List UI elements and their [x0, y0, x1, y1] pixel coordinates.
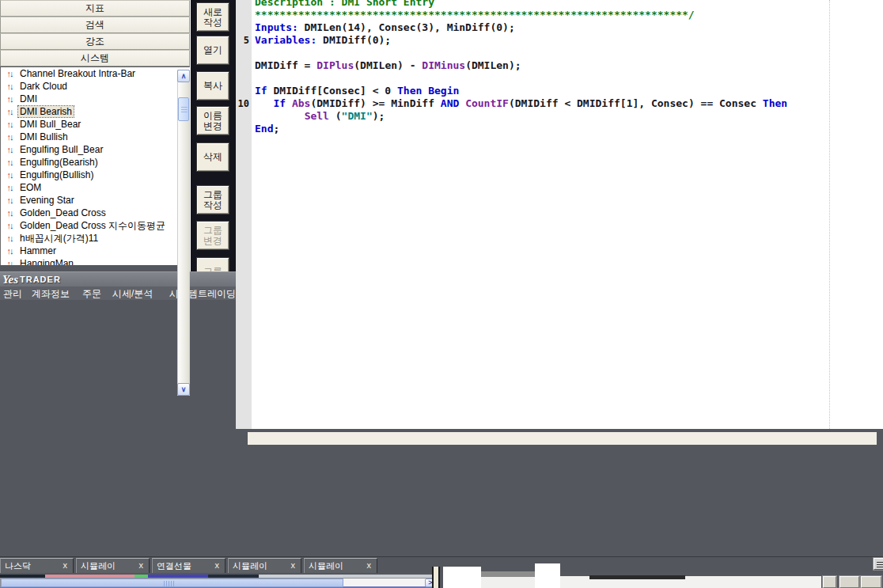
code-token: (	[329, 110, 342, 122]
code-token: Then	[763, 97, 787, 109]
category-header-2[interactable]: 검색	[0, 17, 190, 33]
list-icon	[877, 562, 883, 567]
list-item-label: Evening Star	[18, 195, 76, 206]
list-item[interactable]: ↑↓DMI Bull_Bear	[1, 118, 190, 131]
list-item-label: Golden_Dead Cross	[18, 207, 108, 218]
updown-arrows-icon: ↑↓	[1, 69, 18, 78]
status-panel	[823, 576, 836, 588]
tab-label: 연결선물	[157, 560, 191, 572]
code-token: If	[255, 85, 267, 97]
code-line: Variables: DMIDiff(0);	[255, 34, 787, 47]
code-token: DMILen(14), Consec(3), MinDiff(0);	[298, 21, 515, 33]
main-menu-bar: 관리계좌정보주문시세/분석시스템트레이딩	[0, 286, 236, 300]
list-item[interactable]: ↑↓Dark Cloud	[1, 80, 190, 93]
background-window-fragment	[443, 567, 481, 588]
chart-tab-4[interactable]: 시뮬레이x	[228, 558, 301, 573]
horizontal-scrollbar[interactable]: >	[0, 578, 437, 588]
down-arrow-icon: ↓	[9, 119, 13, 129]
down-arrow-icon: ↓	[9, 69, 13, 78]
category-header-3[interactable]: 강조	[0, 33, 190, 50]
list-item[interactable]: ↑↓Channel Breakout Intra-Bar	[1, 67, 190, 80]
toolbar-button-4[interactable]: 이름변경	[196, 106, 229, 135]
code-token: If	[273, 97, 286, 109]
line-number: 5	[244, 34, 249, 47]
updown-arrows-icon: ↑↓	[1, 170, 18, 180]
chart-tab-3[interactable]: 연결선물x	[152, 558, 225, 573]
editor-margin-line	[829, 0, 830, 429]
toolbar-button-3[interactable]: 복사	[196, 71, 229, 101]
toolbar-button-6[interactable]: 그룹작성	[196, 185, 229, 214]
tab-label: 시뮬레이	[81, 560, 116, 572]
list-item-label: DMI	[18, 93, 39, 104]
list-item[interactable]: ↑↓EOM	[1, 181, 190, 194]
code-editor[interactable]: Description : DMI Short Entry***********…	[252, 0, 883, 429]
list-item-label: Engulfing Bull_Bear	[18, 144, 104, 155]
code-token	[255, 97, 273, 109]
code-token: (DMIDiff) >= MinDiff	[310, 97, 440, 109]
code-text: Description : DMI Short Entry***********…	[255, 0, 787, 135]
list-item-label: Hammer	[18, 245, 58, 256]
chart-tab-2[interactable]: 시뮬레이x	[76, 558, 150, 573]
scroll-up-button[interactable]: ∧	[177, 70, 190, 82]
scroll-thumb-grip	[164, 581, 175, 586]
toolbar-button-5[interactable]: 삭제	[196, 142, 229, 172]
code-token: ;	[273, 123, 279, 135]
toolbar-button-1[interactable]: 새로작성	[196, 2, 229, 32]
list-item[interactable]: ↑↓Golden_Dead Cross 지수이동평균	[1, 219, 190, 232]
code-line: ****************************************…	[255, 9, 787, 21]
vertical-scroll-thumb[interactable]	[178, 97, 189, 121]
toolbar-button-label: 열기	[203, 45, 222, 55]
chart-tab-5[interactable]: 시뮬레이x	[304, 558, 377, 573]
toolbar-button-2[interactable]: 열기	[196, 36, 229, 65]
menu-item-계좌정보[interactable]: 계좌정보	[32, 287, 70, 301]
list-item[interactable]: ↑↓HangingMan	[1, 257, 190, 265]
tab-close-icon[interactable]: x	[367, 560, 372, 570]
list-item[interactable]: ↑↓DMI Bullish	[1, 131, 190, 143]
list-item[interactable]: ↑↓Engulfing Bull_Bear	[1, 143, 190, 156]
menu-item-관리[interactable]: 관리	[3, 287, 22, 301]
tab-close-icon[interactable]: x	[139, 560, 144, 570]
updown-arrows-icon: ↑↓	[1, 183, 18, 192]
category-header-4[interactable]: 시스템	[0, 50, 190, 66]
list-item[interactable]: ↑↓h배꼽시계(가격)11	[1, 232, 190, 245]
background-window-fragment	[432, 567, 440, 588]
list-vertical-scrollbar[interactable]: ∧ ∨	[177, 70, 190, 396]
list-item[interactable]: ↑↓DMI	[1, 93, 190, 105]
scroll-down-button[interactable]: ∨	[177, 383, 190, 396]
menu-item-주문[interactable]: 주문	[82, 287, 101, 301]
list-item[interactable]: ↑↓Engulfing(Bearish)	[1, 156, 190, 169]
list-item[interactable]: ↑↓Engulfing(Bullish)	[1, 169, 190, 181]
list-item-label: EOM	[18, 182, 43, 193]
code-token: Abs	[292, 97, 310, 109]
tab-close-icon[interactable]: x	[215, 560, 220, 570]
category-header-1[interactable]: 지표	[0, 0, 190, 17]
tab-close-icon[interactable]: x	[291, 560, 296, 570]
updown-arrows-icon: ↑↓	[1, 233, 18, 243]
code-token: DMIDiff =	[255, 59, 316, 71]
down-arrow-icon: ↓	[9, 82, 13, 91]
tab-close-icon[interactable]: x	[63, 560, 68, 570]
list-item[interactable]: ↑↓Hammer	[1, 245, 190, 257]
list-item[interactable]: ↑↓Golden_Dead Cross	[1, 207, 190, 219]
horizontal-scroll-thumb[interactable]	[1, 579, 343, 587]
status-panel	[861, 576, 881, 588]
list-item-label: DMI Bull_Bear	[18, 119, 82, 130]
code-line	[255, 72, 787, 85]
down-arrow-icon: ↓	[9, 246, 13, 256]
menu-item-시세/분석[interactable]: 시세/분석	[112, 287, 153, 301]
tab-list-button[interactable]	[874, 558, 883, 570]
code-token: (DMIDiff < DMIDiff[1], Consec) == Consec	[509, 97, 763, 109]
background-window-fragment	[589, 575, 685, 579]
updown-arrows-icon: ↑↓	[1, 195, 18, 205]
tab-label: 나스닥	[5, 560, 31, 572]
down-arrow-icon: ↓	[9, 107, 13, 116]
toolbar-button-label: 그룹	[203, 267, 222, 271]
code-token: CountIF	[465, 97, 509, 109]
list-item[interactable]: ↑↓DMI Bearish	[1, 105, 190, 118]
down-arrow-icon: ↓	[9, 157, 13, 167]
chart-tab-1[interactable]: 나스닥x	[0, 558, 74, 573]
list-item-label: Engulfing(Bearish)	[18, 157, 100, 168]
code-token: DMIDiff(0);	[316, 34, 391, 46]
list-item[interactable]: ↑↓Evening Star	[1, 194, 190, 207]
down-chevron-icon: ∨	[181, 386, 187, 393]
